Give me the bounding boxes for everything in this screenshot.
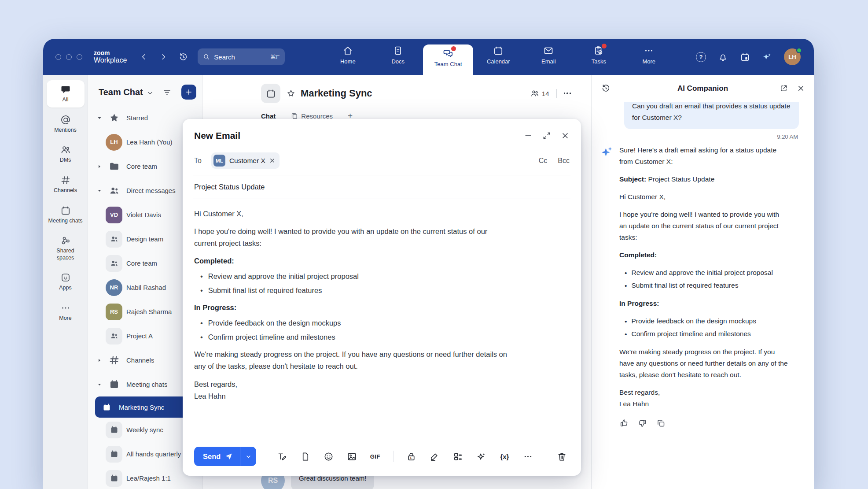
members-count[interactable]: 14	[530, 89, 549, 98]
send-options-dropdown[interactable]	[240, 447, 256, 466]
text-format-icon[interactable]	[276, 450, 288, 463]
nav-tasks[interactable]: Tasks	[574, 39, 624, 75]
cc-button[interactable]: Cc	[539, 157, 548, 165]
caret-right-icon[interactable]	[97, 358, 105, 363]
back-icon[interactable]	[140, 53, 148, 61]
remove-recipient-icon[interactable]	[269, 158, 275, 163]
bullet-item: •Submit final list of required features	[194, 285, 502, 296]
bcc-button[interactable]: Bcc	[558, 157, 570, 165]
ai-conversation[interactable]: Can you draft an email that provides a s…	[592, 102, 814, 489]
ai-panel-title: AI Companion	[677, 84, 728, 93]
toolbar-more-icon[interactable]	[522, 450, 534, 463]
bullet-item: •Provide feedback on the design mockups	[619, 315, 788, 327]
close-icon[interactable]	[797, 84, 805, 93]
modal-header: New Email	[193, 119, 570, 149]
caret-down-icon[interactable]	[97, 382, 105, 387]
calendar-icon	[493, 45, 504, 56]
group-icon	[105, 255, 123, 272]
history-icon[interactable]	[601, 84, 611, 93]
email-body-editor[interactable]: Hi Customer X, I hope you're doing well!…	[193, 199, 570, 441]
forward-icon[interactable]	[159, 53, 167, 61]
tab-chat[interactable]: Chat	[261, 112, 276, 120]
recipient-row[interactable]: To ML Customer X Cc Bcc	[193, 149, 570, 175]
nav-team-chat[interactable]: Team Chat	[423, 44, 473, 75]
rail-item-channels[interactable]: Channels	[47, 171, 85, 198]
notifications-bell-icon[interactable]	[718, 52, 728, 62]
filter-icon[interactable]	[162, 88, 172, 97]
search-input[interactable]: Search ⌘F	[198, 48, 285, 65]
nav-docs[interactable]: Docs	[373, 39, 423, 75]
window-minimize-button[interactable]	[66, 54, 72, 60]
meeting-icon	[105, 470, 123, 487]
hash-icon	[60, 175, 71, 185]
history-icon[interactable]	[179, 52, 188, 62]
subject-field[interactable]: Project Status Update	[193, 175, 570, 199]
nav-more[interactable]: More	[624, 39, 674, 75]
rail-item-more[interactable]: More	[47, 299, 85, 326]
rail-item-dms[interactable]: DMs	[47, 141, 85, 168]
expand-icon[interactable]	[542, 131, 551, 140]
template-icon[interactable]	[452, 450, 464, 463]
rail-item-apps[interactable]: Apps	[47, 268, 85, 296]
caret-down-icon[interactable]	[97, 188, 105, 193]
team-chat-icon	[443, 48, 453, 59]
star-outline-icon[interactable]	[287, 89, 295, 98]
meeting-calendar-icon	[261, 84, 280, 103]
encryption-lock-icon[interactable]: E	[405, 450, 417, 463]
caret-right-icon[interactable]	[97, 164, 105, 169]
resources-icon	[291, 112, 298, 120]
search-icon	[203, 53, 210, 60]
ai-sparkle-icon[interactable]	[475, 450, 487, 463]
calendar-today-icon[interactable]	[740, 52, 750, 62]
unread-badge	[451, 46, 456, 51]
thumbs-up-icon[interactable]	[619, 419, 629, 428]
signature-icon[interactable]	[428, 450, 441, 463]
insert-image-icon[interactable]	[346, 450, 358, 463]
send-button[interactable]: Send	[194, 447, 240, 466]
bullet-item: •Review and approve the initial project …	[194, 270, 502, 282]
minimize-icon[interactable]	[524, 131, 533, 140]
close-icon[interactable]	[561, 131, 570, 140]
chat-bubble-icon	[60, 84, 71, 95]
tab-resources[interactable]: Resources	[291, 112, 333, 120]
attach-file-icon[interactable]	[299, 450, 311, 463]
gif-icon[interactable]: GIF	[369, 450, 381, 463]
ai-companion-icon[interactable]	[762, 52, 772, 62]
rail-item-shared-spaces[interactable]: Shared spaces	[47, 231, 85, 265]
nav-calendar[interactable]: Calendar	[473, 39, 523, 75]
team-chat-panel-header: Team Chat	[88, 75, 202, 105]
copy-icon[interactable]	[656, 419, 666, 428]
user-avatar[interactable]: LH	[784, 48, 801, 65]
email-toolbar: Send GIF E	[193, 441, 570, 476]
ai-subject-line: Subject: Project Status Update	[619, 174, 788, 185]
rail-item-mentions[interactable]: Mentions	[47, 111, 85, 138]
panel-title: Team Chat	[99, 87, 143, 97]
open-in-new-icon[interactable]	[780, 84, 788, 93]
primary-nav: Home Docs Team Chat	[323, 39, 674, 75]
ai-companion-header: AI Companion	[592, 75, 814, 102]
emoji-icon[interactable]	[322, 450, 335, 463]
new-chat-button[interactable]	[181, 85, 196, 100]
thumbs-down-icon[interactable]	[638, 419, 647, 428]
bullet-item: •Provide feedback on the design mockups	[194, 317, 502, 329]
recipient-chip[interactable]: ML Customer X	[211, 152, 280, 169]
people-icon	[105, 182, 123, 200]
chat-more-icon[interactable]	[564, 93, 571, 94]
topbar-right-icons: ? LH	[696, 48, 801, 65]
recipient-avatar: ML	[213, 155, 225, 167]
rail-item-all[interactable]: All	[47, 80, 85, 107]
window-close-button[interactable]	[55, 54, 61, 60]
more-icon	[644, 45, 654, 56]
trash-icon[interactable]	[555, 450, 568, 463]
nav-email[interactable]: Email	[523, 39, 574, 75]
email-icon	[543, 45, 554, 56]
rail-item-meeting-chats[interactable]: Meeting chats	[47, 201, 85, 229]
caret-down-icon[interactable]	[97, 115, 105, 121]
home-icon	[342, 45, 353, 56]
window-maximize-button[interactable]	[77, 54, 82, 60]
chevron-down-icon[interactable]	[147, 89, 154, 96]
nav-home[interactable]: Home	[323, 39, 373, 75]
user-message-bubble: Can you draft an email that provides a s…	[624, 102, 799, 129]
code-snippet-icon[interactable]: {x}	[498, 450, 511, 463]
help-icon[interactable]: ?	[696, 52, 706, 62]
